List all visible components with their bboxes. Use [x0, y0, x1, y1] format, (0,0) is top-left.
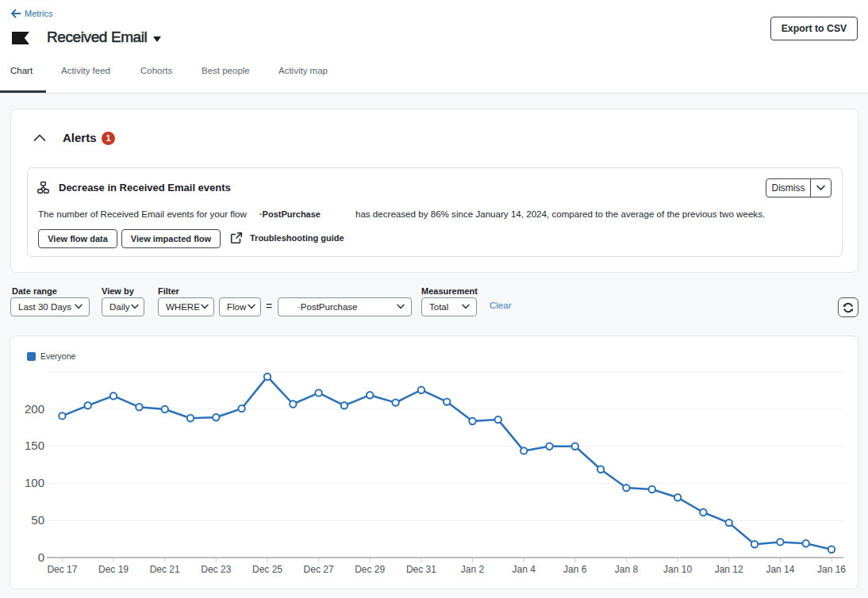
svg-text:Dec 17: Dec 17: [47, 564, 77, 575]
svg-text:Jan 2: Jan 2: [461, 564, 485, 575]
svg-text:100: 100: [25, 476, 44, 489]
svg-text:Jan 6: Jan 6: [563, 564, 587, 575]
svg-text:Dec 29: Dec 29: [355, 564, 385, 575]
svg-text:Jan 4: Jan 4: [513, 564, 536, 575]
svg-text:Dec 23: Dec 23: [201, 564, 231, 575]
svg-text:Dec 19: Dec 19: [98, 564, 129, 575]
svg-text:200: 200: [25, 402, 44, 416]
svg-text:Dec 31: Dec 31: [406, 564, 436, 575]
svg-text:50: 50: [31, 513, 44, 527]
svg-text:Jan 16: Jan 16: [817, 564, 846, 575]
svg-text:Dec 25: Dec 25: [252, 564, 282, 575]
svg-text:Jan 8: Jan 8: [615, 564, 639, 575]
svg-text:Jan 14: Jan 14: [766, 564, 794, 575]
svg-text:Jan 12: Jan 12: [715, 564, 743, 575]
svg-text:Jan 10: Jan 10: [663, 564, 692, 575]
svg-text:Dec 27: Dec 27: [304, 564, 334, 575]
svg-text:150: 150: [25, 439, 44, 452]
svg-text:0: 0: [38, 550, 44, 564]
svg-text:Dec 21: Dec 21: [150, 564, 180, 575]
